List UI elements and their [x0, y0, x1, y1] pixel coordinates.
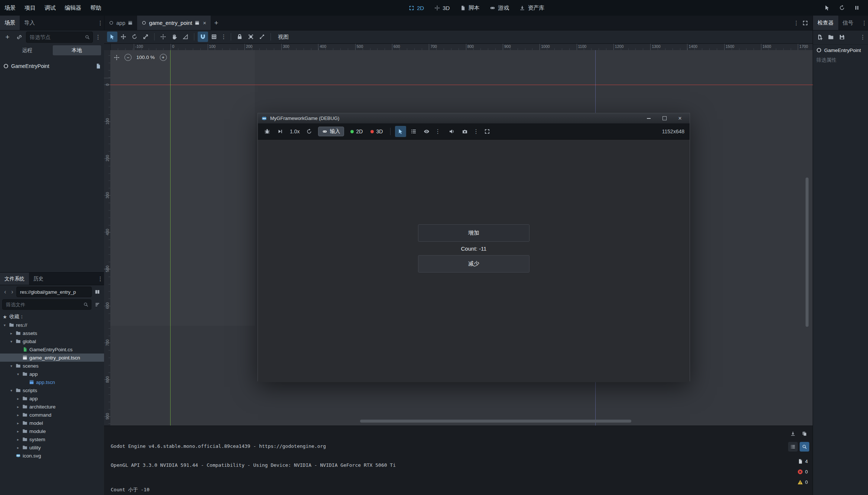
split-view-icon[interactable] [93, 287, 102, 297]
menu-help[interactable]: 帮助 [86, 0, 106, 16]
remote-button[interactable]: 远程 [3, 45, 52, 55]
pan-tool-icon[interactable] [169, 32, 179, 42]
select-options-icon[interactable]: ⋮ [434, 128, 441, 135]
vertical-scrollbar[interactable] [806, 178, 809, 327]
select-tool-icon[interactable] [107, 32, 117, 42]
nav-back-icon[interactable]: ‹ [2, 287, 8, 296]
nav-forward-icon[interactable]: › [9, 287, 15, 296]
menu-debug[interactable]: 调试 [40, 0, 60, 16]
tree-row-game-entry-point-tscn[interactable]: game_entry_point.tscn [0, 354, 104, 362]
embed-fullscreen-icon[interactable] [482, 126, 493, 137]
tree-row-app-tscn[interactable]: app.tscn [0, 378, 104, 386]
view-menu[interactable]: 视图 [274, 33, 292, 40]
save-output-icon[interactable] [788, 429, 798, 439]
zoom-in-button[interactable]: + [160, 54, 167, 61]
expand-icon[interactable]: ▸ [16, 413, 20, 417]
tab-import-dock[interactable]: 导入 [20, 16, 39, 30]
collapse-messages-icon[interactable] [788, 442, 798, 452]
tree-row-module[interactable]: ▸ module [0, 427, 104, 435]
visibility-mode-icon[interactable] [421, 126, 432, 137]
current-path-input[interactable] [19, 289, 89, 295]
game-window[interactable]: MyGFrameworkGame (DEBUG) × 1.0x 输入 2D 3D… [258, 113, 690, 381]
distraction-free-icon[interactable] [800, 18, 810, 28]
camera-3d-toggle[interactable]: 3D [367, 128, 386, 134]
scale-tool-icon[interactable] [140, 32, 151, 42]
debug-menu-icon[interactable] [262, 126, 273, 137]
minimize-icon[interactable] [642, 114, 655, 123]
reset-speed-icon[interactable] [304, 126, 315, 137]
select-mode-icon[interactable] [395, 126, 406, 137]
workspace-script[interactable]: 脚本 [460, 4, 479, 12]
expand-icon[interactable]: ▸ [16, 397, 20, 401]
collapse-icon[interactable]: ▾ [9, 364, 14, 368]
game-window-titlebar[interactable]: MyGFrameworkGame (DEBUG) × [258, 113, 690, 124]
tree-row-gameentrypoint-cs[interactable]: GameEntryPoint.cs [0, 345, 104, 354]
save-resource-icon[interactable] [837, 32, 847, 42]
tree-row-global[interactable]: ▾ global [0, 337, 104, 345]
expand-icon[interactable]: ▸ [16, 437, 20, 442]
grid-snap-icon[interactable] [209, 32, 219, 42]
load-resource-icon[interactable] [826, 32, 836, 42]
tree-row-scripts[interactable]: ▾ scripts [0, 386, 104, 394]
menu-project[interactable]: 项目 [20, 0, 40, 16]
collapse-icon[interactable]: ▾ [16, 372, 20, 376]
pivot-tool-icon[interactable] [158, 32, 168, 42]
scene-tab-game-entry-point[interactable]: game_entry_point × [137, 16, 211, 30]
decrease-button[interactable]: 减少 [418, 255, 529, 273]
tree-row-utility[interactable]: ▸ utility [0, 443, 104, 452]
tree-row-icon-svg[interactable]: icon.svg [0, 452, 104, 460]
mouse-pick-icon[interactable] [822, 3, 832, 13]
expand-icon[interactable]: ▸ [9, 331, 14, 335]
collapse-icon[interactable]: ▾ [9, 339, 14, 343]
filter-properties-label[interactable]: 筛选属性 [813, 56, 868, 65]
workspace-2d[interactable]: 2D [409, 5, 424, 11]
local-button[interactable]: 本地 [53, 45, 101, 55]
close-tab-icon[interactable]: × [203, 20, 206, 26]
workspace-assetlib[interactable]: 资产库 [519, 4, 544, 12]
lock-node-icon[interactable] [234, 32, 245, 42]
tab-filesystem[interactable]: 文件系统 [0, 273, 29, 285]
workspace-game[interactable]: 游戏 [490, 4, 509, 12]
new-scene-tab-button[interactable]: + [211, 16, 222, 30]
search-output-icon[interactable] [800, 442, 809, 452]
favorites-row[interactable]: ★ 收藏： [0, 313, 104, 321]
tree-row-scripts-app[interactable]: ▸ app [0, 394, 104, 403]
audio-mute-icon[interactable] [446, 126, 457, 137]
scene-dock-menu-icon[interactable]: ⋮ [94, 34, 102, 40]
restart-icon[interactable] [837, 3, 847, 13]
inspected-node-row[interactable]: GameEntryPoint [813, 45, 868, 56]
tree-row-scenes-app[interactable]: ▾ app [0, 370, 104, 378]
filesystem-dock-menu-icon[interactable]: ⋮ [97, 276, 104, 282]
scene-tab-app[interactable]: app [104, 16, 137, 30]
instantiate-scene-icon[interactable] [14, 32, 25, 42]
increase-button[interactable]: 增加 [418, 224, 529, 242]
input-passthrough-toggle[interactable]: 输入 [318, 127, 344, 136]
attached-script-icon[interactable] [95, 63, 101, 69]
tree-row-res-root[interactable]: ▾ res:// [0, 321, 104, 329]
zoom-level[interactable]: 100.0 % [136, 55, 155, 60]
scene-tabs-menu-icon[interactable]: ⋮ [793, 20, 800, 26]
warning-count-badge[interactable]: 0 [796, 479, 809, 486]
tree-row-architecture[interactable]: ▸ architecture [0, 403, 104, 411]
tab-history[interactable]: 历史 [29, 273, 48, 285]
tree-row-scenes[interactable]: ▾ scenes [0, 362, 104, 370]
maximize-icon[interactable] [658, 114, 671, 123]
expand-icon[interactable]: ▸ [16, 405, 20, 409]
rotate-tool-icon[interactable] [129, 32, 140, 42]
camera-options-icon[interactable]: ⋮ [472, 128, 480, 135]
node-list-mode-icon[interactable] [408, 126, 419, 137]
close-icon[interactable]: × [674, 114, 686, 123]
expand-icon[interactable]: ▸ [16, 446, 20, 450]
tree-row-model[interactable]: ▸ model [0, 419, 104, 427]
tab-scene-dock[interactable]: 场景 [0, 16, 20, 30]
scene-tree-root-node[interactable]: GameEntryPoint [0, 61, 104, 72]
expand-icon[interactable]: ▸ [16, 429, 20, 433]
collapse-icon[interactable]: ▾ [2, 323, 7, 327]
menu-scene[interactable]: 场景 [0, 0, 20, 16]
camera-override-icon[interactable] [459, 126, 470, 137]
filter-files-input[interactable] [5, 302, 81, 308]
copy-output-icon[interactable] [800, 429, 809, 439]
center-view-icon[interactable] [114, 55, 120, 61]
tab-node-signals[interactable]: 信号 [838, 16, 858, 30]
right-dock-menu-icon[interactable]: ⋮ [861, 20, 868, 26]
